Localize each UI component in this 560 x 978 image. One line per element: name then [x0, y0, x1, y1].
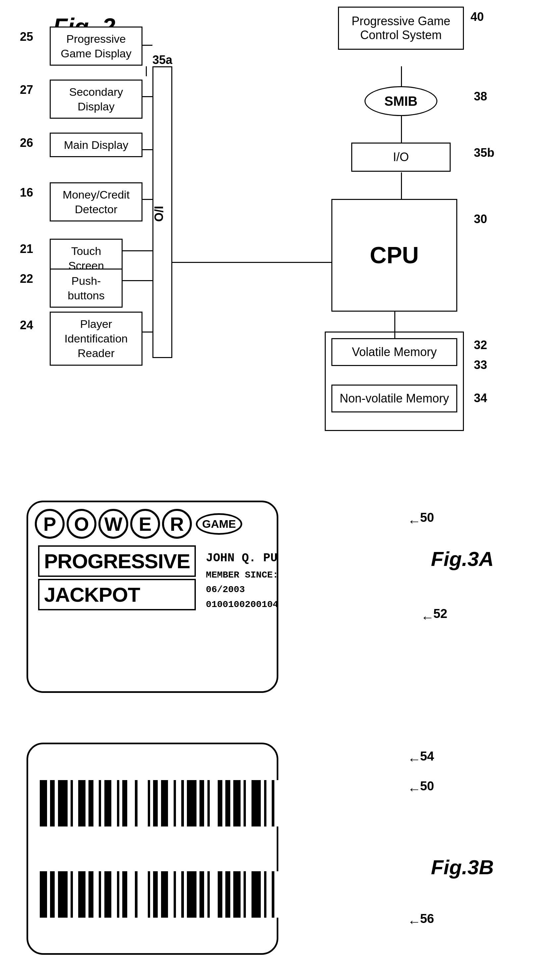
game-badge: GAME — [196, 513, 242, 535]
ref-27: 27 — [20, 83, 33, 97]
ref-21: 21 — [20, 242, 33, 256]
ref-54: 54 — [420, 749, 434, 763]
fig2-diagram: Fig. 2 35a 25 Progressive Game Display 2… — [0, 0, 560, 481]
arrow-54: ← — [408, 752, 421, 767]
ref-33: 33 — [474, 358, 487, 372]
ref-52: 52 — [433, 607, 447, 621]
fig3b-title: Fig.3B — [431, 855, 494, 879]
progressive-label: PROGRESSIVE — [38, 545, 196, 577]
ref-50-3b: 50 — [420, 779, 434, 793]
ref-32: 32 — [474, 338, 487, 352]
card-3b — [27, 743, 278, 955]
member-info: JOHN Q. PUBLIC MEMBER SINCE: 06/2003 010… — [206, 549, 278, 613]
box-io-right: I/O — [351, 143, 451, 172]
ref-24: 24 — [20, 318, 33, 332]
card-3a: P O W E R GAME PROGRESSIVE JACKPOT JOHN … — [27, 501, 278, 693]
barcode-56 — [40, 871, 265, 918]
ref-30: 30 — [474, 212, 487, 226]
fig3a-title: Fig.3A — [431, 547, 494, 571]
memory-group-box — [325, 332, 464, 431]
letter-R: R — [162, 509, 192, 539]
line-io-cpu — [401, 172, 402, 199]
line-27 — [142, 96, 152, 97]
ref-56: 56 — [420, 912, 434, 926]
box-player-id: Player Identification Reader — [50, 312, 142, 365]
letter-E: E — [130, 509, 160, 539]
letter-W: W — [98, 509, 128, 539]
line-26 — [142, 149, 152, 150]
ref-16: 16 — [20, 186, 33, 200]
arrow-35a-line — [146, 66, 147, 76]
box-main-display: Main Display — [50, 133, 142, 157]
progressive-jackpot: PROGRESSIVE JACKPOT JOHN Q. PUBLIC MEMBE… — [28, 542, 277, 616]
arrow-52: ← — [421, 610, 434, 625]
line-smib-io — [401, 116, 402, 143]
smib-ellipse: SMIB — [365, 86, 437, 116]
arrow-50: ← — [408, 514, 421, 529]
ref-50-3a: 50 — [420, 511, 434, 525]
ref-26: 26 — [20, 136, 33, 150]
line-25 — [142, 45, 152, 46]
box-cpu: CPU — [332, 199, 457, 312]
power-game-row: P O W E R GAME — [28, 502, 277, 542]
fig3a-area: P O W E R GAME PROGRESSIVE JACKPOT JOHN … — [0, 481, 560, 729]
box-push-buttons: Push-buttons — [50, 269, 123, 308]
ref-38: 38 — [474, 90, 487, 103]
barcode-54 — [40, 780, 265, 826]
box-pgcs: Progressive Game Control System — [338, 7, 464, 50]
ref-35a: 35a — [152, 53, 172, 67]
line-24 — [142, 332, 152, 332]
ref-22: 22 — [20, 272, 33, 286]
ref-35b: 35b — [474, 146, 494, 160]
line-16 — [142, 199, 152, 200]
box-money-credit: Money/Credit Detector — [50, 182, 142, 222]
box-prog-game-display: Progressive Game Display — [50, 27, 142, 66]
letter-O: O — [67, 509, 97, 539]
line-push — [123, 280, 152, 281]
arrow-50-3b: ← — [408, 782, 421, 797]
io-bus-label: I/O — [152, 206, 165, 222]
ref-25: 25 — [20, 30, 33, 44]
fig3b-area: 54 ← 50 ← Fig.3B 56 ← — [0, 729, 560, 975]
line-touch — [123, 250, 152, 251]
arrow-56: ← — [408, 915, 421, 929]
ref-40: 40 — [470, 10, 484, 24]
ref-34: 34 — [474, 391, 487, 405]
jackpot-label: JACKPOT — [38, 579, 196, 610]
line-io-to-cpu — [172, 262, 351, 263]
box-secondary-display: Secondary Display — [50, 80, 142, 118]
letter-P: P — [35, 509, 65, 539]
